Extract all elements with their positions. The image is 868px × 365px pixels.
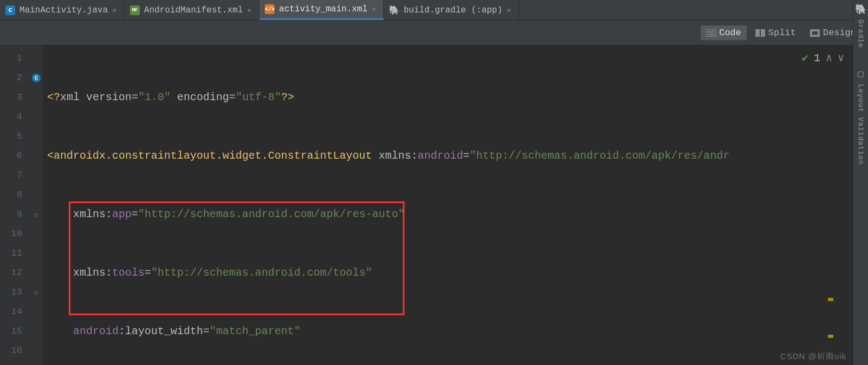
close-icon[interactable]: ✕ bbox=[247, 6, 252, 15]
gradle-tool-icon[interactable]: 🐘 bbox=[855, 3, 867, 15]
gutter-icon-strip: C ⊟ ⊟ bbox=[30, 45, 43, 365]
tab-manifest[interactable]: MF AndroidManifest.xml ✕ bbox=[125, 0, 259, 20]
tab-label: AndroidManifest.xml bbox=[144, 5, 243, 15]
right-tool-strip: 🐘 Gradle ▢ Layout Validation bbox=[853, 0, 868, 365]
inspection-widget[interactable]: ✔ 1 ∧ ∨ bbox=[802, 49, 844, 68]
code-line: xmlns:app="http://schemas.android.com/ap… bbox=[43, 205, 868, 224]
close-icon[interactable]: ✕ bbox=[112, 6, 116, 15]
error-stripe[interactable] bbox=[844, 93, 852, 365]
java-class-icon: C bbox=[5, 5, 15, 15]
chevron-up-icon[interactable]: ∧ bbox=[826, 49, 832, 68]
line-number-gutter: 1234 5678 9101112 13141516 bbox=[0, 45, 30, 365]
code-editor[interactable]: 1234 5678 9101112 13141516 C ⊟ ⊟ <?xml v… bbox=[0, 45, 868, 365]
tab-label: build.gradle (:app) bbox=[403, 5, 502, 15]
view-label: Code bbox=[719, 28, 741, 38]
layout-view-toolbar: Code Split Design bbox=[0, 21, 868, 45]
close-icon[interactable]: ✕ bbox=[507, 6, 511, 15]
tab-label: MainActivity.java bbox=[19, 5, 108, 15]
class-gutter-icon[interactable]: C bbox=[32, 74, 41, 82]
inspection-count: 1 bbox=[814, 49, 820, 68]
code-line: android:layout_width="match_parent" bbox=[43, 322, 868, 341]
code-line: <?xml version="1.0" encoding="utf-8"?> bbox=[43, 88, 868, 107]
gradle-icon: 🐘 bbox=[389, 5, 399, 15]
layout-validation-label[interactable]: Layout Validation bbox=[857, 84, 865, 165]
view-split-button[interactable]: Split bbox=[750, 25, 801, 40]
design-view-icon bbox=[810, 29, 820, 37]
manifest-icon: MF bbox=[130, 5, 140, 15]
tab-label: activity_main.xml bbox=[279, 4, 367, 14]
fold-icon[interactable]: ⊟ bbox=[35, 211, 38, 218]
code-line: xmlns:tools="http://schemas.android.com/… bbox=[43, 263, 868, 283]
gradle-tool-label[interactable]: Gradle bbox=[857, 19, 865, 48]
chevron-down-icon[interactable]: ∨ bbox=[838, 49, 844, 68]
tab-build-gradle[interactable]: 🐘 build.gradle (:app) ✕ bbox=[384, 0, 519, 20]
split-view-icon bbox=[755, 29, 765, 37]
watermark-text: CSDN @祈雨uik bbox=[780, 351, 846, 362]
view-code-button[interactable]: Code bbox=[701, 25, 747, 40]
layout-xml-icon: </> bbox=[265, 4, 275, 14]
tab-activity-main-xml[interactable]: </> activity_main.xml ✕ bbox=[259, 0, 384, 20]
fold-end-icon[interactable]: ⊟ bbox=[35, 289, 38, 296]
code-view-icon bbox=[706, 29, 716, 37]
view-label: Design bbox=[823, 28, 856, 38]
view-label: Split bbox=[768, 28, 796, 38]
layout-validation-icon[interactable]: ▢ bbox=[858, 68, 864, 80]
checkmark-icon: ✔ bbox=[802, 49, 808, 68]
close-icon[interactable]: ✕ bbox=[372, 5, 376, 14]
code-line: <androidx.constraintlayout.widget.Constr… bbox=[43, 146, 868, 166]
editor-tab-bar: C MainActivity.java ✕ MF AndroidManifest… bbox=[0, 0, 868, 21]
tab-main-activity[interactable]: C MainActivity.java ✕ bbox=[0, 0, 125, 20]
code-area[interactable]: <?xml version="1.0" encoding="utf-8"?> <… bbox=[43, 45, 868, 365]
